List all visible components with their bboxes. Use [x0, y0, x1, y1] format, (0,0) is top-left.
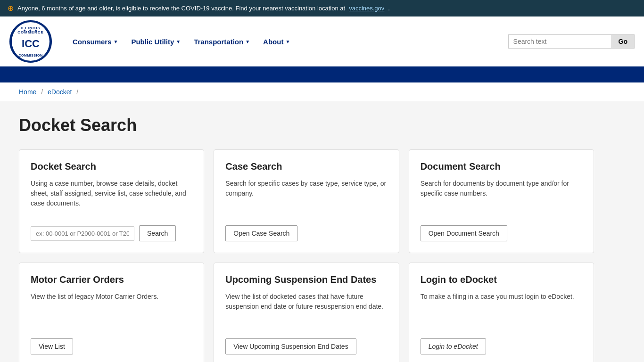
covid-banner: ⊕ Anyone, 6 months of age and older, is …	[0, 0, 644, 16]
login-edocket-desc: To make a filing in a case you must logi…	[421, 292, 582, 329]
docket-number-input[interactable]	[31, 226, 134, 241]
suspension-actions: View Upcoming Suspension End Dates	[225, 338, 387, 354]
open-case-search-button[interactable]: Open Case Search	[225, 225, 297, 241]
blue-bar	[0, 68, 644, 82]
covid-text: Anyone, 6 months of age and older, is el…	[17, 5, 345, 12]
view-list-button[interactable]: View List	[31, 338, 73, 354]
main-content: Docket Search Docket Search Using a case…	[0, 101, 613, 362]
open-document-search-button[interactable]: Open Document Search	[421, 225, 507, 241]
cards-grid: Docket Search Using a case number, brows…	[19, 149, 594, 362]
login-edocket-actions: Login to eDocket	[421, 338, 582, 354]
about-arrow-icon: ▼	[285, 39, 290, 44]
document-search-card: Document Search Search for documents by …	[409, 149, 594, 253]
docket-search-title: Docket Search	[31, 161, 192, 172]
logo-area: ★ ★ ★ ILLINOIS COMMERCE ICC COMMISSION	[9, 20, 52, 63]
motor-carrier-title: Motor Carrier Orders	[31, 274, 192, 285]
logo-icc: ICC	[22, 38, 40, 50]
go-button[interactable]: Go	[612, 34, 635, 49]
nav-public-utility[interactable]: Public Utility ▼	[124, 33, 187, 50]
login-edocket-title: Login to eDocket	[421, 274, 582, 285]
suspension-card: Upcoming Suspension End Dates View the l…	[214, 263, 399, 362]
header: ★ ★ ★ ILLINOIS COMMERCE ICC COMMISSION C…	[0, 16, 644, 68]
covid-icon: ⊕	[8, 4, 14, 13]
nav-consumers[interactable]: Consumers ▼	[66, 33, 124, 50]
document-search-title: Document Search	[421, 161, 582, 172]
suspension-title: Upcoming Suspension End Dates	[225, 274, 387, 285]
breadcrumb-sep-2: /	[76, 88, 78, 96]
login-edocket-card: Login to eDocket To make a filing in a c…	[409, 263, 594, 362]
nav-about[interactable]: About ▼	[256, 33, 297, 50]
main-nav: Consumers ▼ Public Utility ▼ Transportat…	[66, 33, 508, 50]
view-suspension-dates-button[interactable]: View Upcoming Suspension End Dates	[225, 338, 356, 354]
case-search-desc: Search for specific cases by case type, …	[225, 179, 387, 216]
breadcrumb-home[interactable]: Home	[19, 88, 36, 96]
breadcrumb-sep-1: /	[41, 88, 43, 96]
docket-search-actions: Search	[31, 225, 192, 241]
docket-search-card: Docket Search Using a case number, brows…	[19, 149, 204, 253]
logo-circle-inner: ★ ★ ★ ILLINOIS COMMERCE ICC COMMISSION	[11, 21, 50, 62]
transportation-arrow-icon: ▼	[245, 39, 250, 44]
consumers-arrow-icon: ▼	[114, 39, 118, 44]
search-input[interactable]	[508, 34, 612, 49]
case-search-title: Case Search	[225, 161, 387, 172]
logo-circle: ★ ★ ★ ILLINOIS COMMERCE ICC COMMISSION	[9, 20, 52, 63]
search-area: Go	[508, 34, 635, 49]
motor-carrier-actions: View List	[31, 338, 192, 354]
document-search-desc: Search for documents by document type an…	[421, 179, 582, 216]
case-search-card: Case Search Search for specific cases by…	[214, 149, 399, 253]
vaccines-link[interactable]: vaccines.gov	[349, 5, 384, 12]
nav-transportation[interactable]: Transportation ▼	[187, 33, 256, 50]
motor-carrier-card: Motor Carrier Orders View the list of le…	[19, 263, 204, 362]
breadcrumb-edocket[interactable]: eDocket	[48, 88, 72, 96]
logo-bottom-text: COMMISSION	[12, 54, 50, 57]
case-search-actions: Open Case Search	[225, 225, 387, 241]
motor-carrier-desc: View the list of legacy Motor Carrier Or…	[31, 292, 192, 329]
logo-top-text: ILLINOIS COMMERCE	[12, 26, 50, 34]
docket-search-button[interactable]: Search	[139, 225, 176, 241]
breadcrumb: Home / eDocket /	[0, 82, 644, 101]
suspension-desc: View the list of docketed cases that hav…	[225, 292, 387, 329]
public-utility-arrow-icon: ▼	[176, 39, 181, 44]
document-search-actions: Open Document Search	[421, 225, 582, 241]
page-title: Docket Search	[19, 115, 594, 135]
login-edocket-button[interactable]: Login to eDocket	[421, 338, 486, 354]
docket-search-desc: Using a case number, browse case details…	[31, 179, 192, 216]
